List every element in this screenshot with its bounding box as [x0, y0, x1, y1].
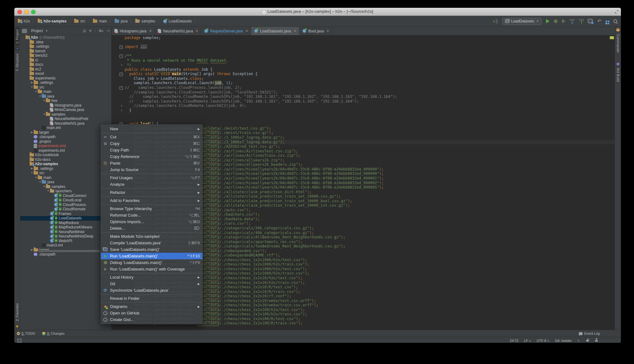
tree-item-.settings[interactable]: .settings: [20, 44, 111, 49]
run-button[interactable]: [546, 19, 550, 23]
menu-item-refactor[interactable]: Refactor▶: [101, 189, 203, 196]
menu-item-save-loaddatasets-main-[interactable]: Save 'LoadDatasets.main()': [101, 246, 203, 253]
sidebar-tab-structure[interactable]: 7: Structure: [15, 52, 19, 73]
menu-item-analyze[interactable]: Analyze▶: [101, 181, 203, 188]
vcs-commit-button[interactable]: VCS↑: [579, 19, 584, 24]
fold-icon[interactable]: +: [119, 46, 123, 49]
tree-item-Histograms.java[interactable]: Histograms.java: [20, 103, 111, 108]
tree-toggle-icon[interactable]: ▼: [42, 112, 46, 117]
menu-item-reformat-code-[interactable]: Reformat Code...⌥⌘L: [101, 212, 203, 218]
tree-toggle-icon[interactable]: ▼: [38, 180, 42, 184]
menu-item-compile-loaddatasets-java-[interactable]: Compile 'LoadDatasets.java'⇧⌘F9: [101, 240, 203, 246]
tree-item-NeuralNetMnistDeep[interactable]: NeuralNetMnistDeep: [20, 234, 111, 239]
tab-NeuralNetViz.java[interactable]: NeuralNetViz.java✕: [155, 27, 201, 35]
tree-item-Frames[interactable]: Frames: [20, 212, 111, 216]
tree-toggle-icon[interactable]: ▼: [38, 94, 42, 99]
tree-item-target[interactable]: ▶target: [20, 130, 111, 135]
sidebar-tab-project[interactable]: 1: Project: [15, 27, 19, 46]
tree-item-experiments[interactable]: experiments: [20, 76, 111, 81]
tree-item-main3.iml[interactable]: main3.iml: [20, 243, 111, 248]
tree-item-WebAPI[interactable]: WebAPI: [20, 239, 111, 243]
tree-toggle-icon[interactable]: ▶: [30, 130, 34, 135]
tree-item-excel[interactable]: excel: [20, 71, 111, 76]
tab-close-icon[interactable]: ✕: [195, 29, 198, 33]
tree-toggle-icon[interactable]: ▼: [42, 98, 46, 103]
menu-item-diagrams[interactable]: Diagrams▶: [101, 303, 203, 310]
collapse-all-icon[interactable]: ✛: [89, 29, 92, 33]
menu-item-make-module-h2o-samples-[interactable]: Make Module 'h2o-samples': [101, 233, 203, 240]
menu-item-synchronize-loaddatasets-java-[interactable]: ⟳Synchronize 'LoadDatasets.java': [101, 287, 203, 294]
tab-Boot.java[interactable]: Boot.java✕: [300, 27, 332, 35]
tree-item-CloudConnect[interactable]: CloudConnect: [20, 194, 111, 198]
tree-item-main[interactable]: ▼main: [20, 175, 111, 180]
tree-item-MnistCanvas.java[interactable]: MnistCanvas.java: [20, 108, 111, 112]
breadcrumb-item-LoadDatasets[interactable]: LoadDatasets: [162, 18, 193, 24]
tab-Histograms.java[interactable]: Histograms.java✕: [112, 27, 155, 35]
tree-toggle-icon[interactable]: ▼: [34, 175, 38, 180]
inspection-profile-icon[interactable]: [595, 340, 598, 342]
menu-item-debug-loaddatasets-main-[interactable]: Debug 'LoadDatasets.main()'^⇧F9: [101, 259, 203, 266]
tree-toggle-icon[interactable]: ▼: [30, 171, 34, 175]
gear-icon[interactable]: ⚙▾: [98, 29, 103, 33]
menu-item-optimize-imports-[interactable]: Optimize Imports...⌥⌘O: [101, 218, 203, 225]
fold-icon[interactable]: −: [119, 55, 123, 58]
tab-close-icon[interactable]: ✕: [245, 29, 248, 33]
tab-close-icon[interactable]: ✕: [326, 29, 329, 33]
toolwindow-toggle-icon[interactable]: [17, 339, 22, 343]
menu-item-run-loaddatasets-main-[interactable]: Run 'LoadDatasets.main()'^⇧F10: [101, 253, 203, 259]
menu-item-reveal-in-finder[interactable]: Reveal in Finder: [101, 295, 203, 302]
tab-close-icon[interactable]: ✕: [294, 29, 296, 33]
tree-item-launchers[interactable]: ▼launchers: [20, 189, 111, 194]
tree-item-LoadDatasets[interactable]: LoadDatasets: [20, 216, 111, 221]
tree-item-experiments.iml[interactable]: experiments.iml: [20, 148, 111, 153]
menu-item-git[interactable]: Git▶: [101, 280, 203, 287]
menu-item-paste[interactable]: ⎘Paste⌘V: [101, 160, 203, 166]
tab-RequestServer.java[interactable]: RequestServer.java✕: [201, 27, 251, 35]
tree-item-MapReduceKMeans[interactable]: MapReduceKMeans: [20, 225, 111, 230]
menu-item-open-on-github[interactable]: Open on GitHub: [101, 310, 203, 316]
toolwindow-changes[interactable]: 9: Changes: [42, 332, 65, 335]
tree-item-java[interactable]: ▼java: [20, 94, 111, 99]
menu-item-jump-to-source[interactable]: Jump to SourceF4: [101, 166, 203, 173]
tree-toggle-icon[interactable]: ▶: [30, 166, 34, 171]
tree-item-h2o-docs[interactable]: h2o-docs: [20, 157, 111, 162]
tree-toggle-icon[interactable]: ▼: [42, 184, 46, 189]
tree-item-NeuralNetMnistPretr[interactable]: NeuralNetMnistPretr: [20, 117, 111, 121]
caret-position[interactable]: 24:72: [510, 339, 518, 342]
event-log-button[interactable]: Event Log: [579, 332, 600, 335]
menu-item-cut[interactable]: ✂Cut⌘X: [101, 134, 203, 140]
tree-item-docs[interactable]: docs: [20, 62, 111, 67]
tree-item-hex[interactable]: ▼hex: [20, 98, 111, 103]
menu-item-create-gist-[interactable]: Create Gist...: [101, 316, 203, 323]
tree-item-src[interactable]: ▼src: [20, 171, 111, 175]
fold-icon[interactable]: −: [119, 73, 123, 76]
tree-toggle-icon[interactable]: ▼: [30, 85, 34, 90]
sidebar-tab-commander[interactable]: Commander: [616, 32, 620, 55]
hide-panel-icon[interactable]: ⊣: [106, 29, 109, 33]
menu-item-add-to-favorites[interactable]: Add to Favorites▶: [101, 197, 203, 204]
tree-item-CloudLocal[interactable]: CloudLocal: [20, 198, 111, 203]
tree-item-.settings[interactable]: ▶.settings: [20, 80, 111, 85]
breadcrumb-item-java[interactable]: java: [114, 18, 128, 24]
tree-item-.project[interactable]: .project: [20, 139, 111, 144]
tree-item-MapReduce[interactable]: MapReduce: [20, 221, 111, 225]
recent-changes-icon[interactable]: [588, 19, 593, 23]
tab-close-icon[interactable]: ✕: [149, 29, 152, 33]
tree-item-samples[interactable]: ▼samples: [20, 184, 111, 189]
run-configuration-select[interactable]: LoadDatasets ▼: [502, 18, 542, 25]
search-icon[interactable]: [613, 19, 617, 23]
menu-item-browse-type-hierarchy[interactable]: Browse Type Hierarchy^H: [101, 205, 203, 212]
menu-item-delete-[interactable]: Delete...⌦: [101, 225, 203, 232]
fullscreen-icon[interactable]: [615, 10, 618, 13]
menu-item-copy[interactable]: ⧉Copy⌘C: [101, 140, 203, 147]
menu-item-copy-path[interactable]: Copy Path⇧⌘C: [101, 147, 203, 153]
tree-item-.settings[interactable]: ▶.settings: [20, 166, 111, 171]
tree-item-main.iml[interactable]: main.iml: [20, 126, 111, 130]
line-ending-select[interactable]: LF ⇅: [524, 339, 531, 342]
tree-item-ec2[interactable]: ec2: [20, 67, 111, 72]
vcs-update-button[interactable]: VCS↓: [570, 19, 575, 24]
tree-item-h2o-samples[interactable]: h2o-samples: [20, 162, 111, 166]
sidebar-tab-favorites[interactable]: 2: Favorites: [15, 301, 19, 323]
run-with-coverage-button[interactable]: [562, 19, 565, 23]
tree-item-samples[interactable]: ▼samples: [20, 112, 111, 117]
